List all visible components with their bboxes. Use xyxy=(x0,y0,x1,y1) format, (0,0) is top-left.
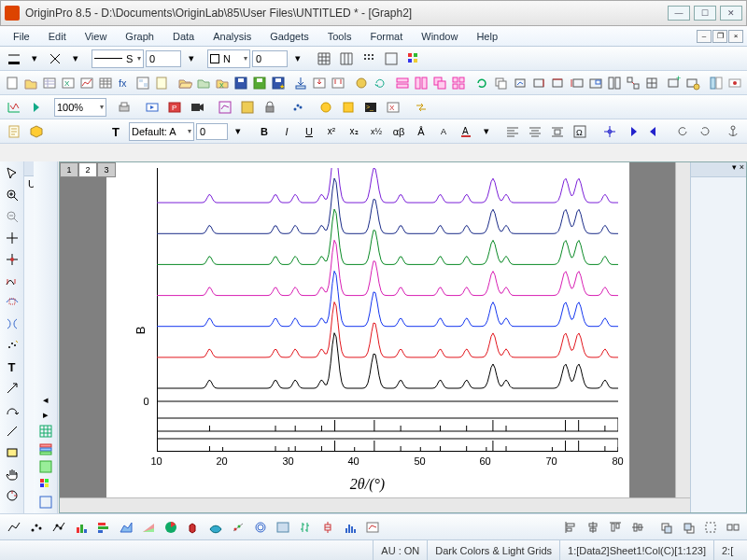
font-size-input[interactable] xyxy=(196,123,228,140)
menu-format[interactable]: Format xyxy=(360,29,412,44)
menu-data[interactable]: Data xyxy=(163,29,204,44)
palette-icon[interactable] xyxy=(403,49,424,69)
font-size-spin[interactable]: ▾ xyxy=(230,121,247,142)
open-template-button[interactable] xyxy=(195,73,212,93)
tpl-rows-icon[interactable] xyxy=(35,441,56,457)
next-icon[interactable] xyxy=(622,121,642,142)
ppt-button[interactable]: P xyxy=(164,97,185,118)
align-center-obj-icon[interactable] xyxy=(583,517,603,538)
trace[interactable] xyxy=(157,333,618,388)
italic-button[interactable]: I xyxy=(276,121,297,142)
align-top-obj-icon[interactable] xyxy=(605,517,626,538)
lock-button[interactable] xyxy=(260,97,280,118)
new-excel-button[interactable]: X xyxy=(60,73,77,93)
plot-contour-icon[interactable] xyxy=(250,517,271,538)
mdi-minimize-button[interactable]: – xyxy=(697,30,712,43)
import-wizard-button[interactable] xyxy=(292,73,309,93)
plot-template-icon[interactable] xyxy=(362,517,383,538)
merge-layers-icon[interactable] xyxy=(643,73,660,93)
pan-tool[interactable] xyxy=(2,464,22,484)
fill-color-button[interactable] xyxy=(45,49,65,69)
tile-4-icon[interactable] xyxy=(450,73,467,93)
video-button[interactable] xyxy=(187,97,207,118)
import-single-button[interactable] xyxy=(311,73,328,93)
add-plot-button[interactable]: + xyxy=(666,73,683,93)
group-obj-icon[interactable] xyxy=(700,517,721,538)
fill-color-drop[interactable]: ▾ xyxy=(67,49,84,69)
tpl-colors-icon[interactable] xyxy=(35,476,56,493)
run-button[interactable] xyxy=(26,97,47,118)
supersub-button[interactable]: x½ xyxy=(366,121,387,142)
layer-inset-icon[interactable] xyxy=(587,73,604,93)
plot-boxchart-icon[interactable] xyxy=(317,517,338,538)
arrow-tool[interactable] xyxy=(2,378,22,399)
menu-file[interactable]: File xyxy=(4,29,39,44)
menu-graph[interactable]: Graph xyxy=(116,29,163,44)
line-color-button[interactable] xyxy=(4,49,24,69)
new-script-button[interactable] xyxy=(4,121,24,142)
grid-dots-icon[interactable] xyxy=(359,49,379,69)
horizontal-scrollbar[interactable] xyxy=(60,497,690,512)
minimize-button[interactable]: — xyxy=(668,6,690,21)
zoom-out-tool[interactable] xyxy=(2,206,22,227)
pointer-tool[interactable] xyxy=(2,163,22,184)
custom2-button[interactable] xyxy=(338,97,359,118)
line-tool[interactable] xyxy=(2,421,22,441)
align-left-obj-icon[interactable] xyxy=(560,517,581,538)
tpl-theme-icon[interactable] xyxy=(35,458,56,475)
marker-shape-select[interactable]: N▾ xyxy=(207,49,250,68)
layer-tab-3[interactable]: 3 xyxy=(97,162,116,177)
curved-arrow-tool[interactable] xyxy=(2,399,22,420)
pe-icon[interactable] xyxy=(708,73,725,93)
batch-button[interactable] xyxy=(353,73,370,93)
refresh-button[interactable] xyxy=(473,73,490,93)
align-middle-obj-icon[interactable] xyxy=(627,517,648,538)
subscript-button[interactable]: x₂ xyxy=(344,121,364,142)
splitter-left[interactable]: ◂ xyxy=(35,393,56,407)
custom1-button[interactable] xyxy=(316,97,336,118)
anchor-icon[interactable] xyxy=(723,121,743,142)
recalc-button[interactable] xyxy=(372,73,388,93)
draw-data-tool[interactable] xyxy=(2,335,22,356)
import-multi-button[interactable] xyxy=(330,73,346,93)
tpl-grid-icon[interactable] xyxy=(35,423,56,440)
zoom-select[interactable]: 100%▾ xyxy=(54,98,106,117)
line-style-select[interactable]: S▾ xyxy=(92,49,144,68)
mask-button[interactable] xyxy=(237,97,258,118)
status-theme[interactable]: Dark Colors & Light Grids xyxy=(427,540,559,560)
tile-v-icon[interactable] xyxy=(413,73,430,93)
new-graph-button[interactable] xyxy=(78,73,95,93)
save-template-button[interactable] xyxy=(251,73,268,93)
line-width-input[interactable] xyxy=(146,50,181,67)
rescale-button[interactable] xyxy=(4,97,24,118)
save-button[interactable] xyxy=(233,73,249,93)
close-button[interactable]: ✕ xyxy=(720,6,742,21)
new-project-button[interactable] xyxy=(4,73,21,93)
slide-show-button[interactable] xyxy=(142,97,162,118)
plot-linescatter-icon[interactable] xyxy=(49,517,69,538)
align-distr-icon[interactable] xyxy=(547,121,568,142)
open-button[interactable] xyxy=(176,73,193,93)
plot-pie-icon[interactable] xyxy=(161,517,181,538)
swap-layers-icon[interactable] xyxy=(606,73,623,93)
tile-h-icon[interactable] xyxy=(394,73,411,93)
trace[interactable] xyxy=(157,209,618,264)
rect-tool[interactable] xyxy=(2,442,22,463)
data-selector-tool[interactable] xyxy=(2,271,22,291)
font-select[interactable]: Default: A▾ xyxy=(129,122,194,141)
superscript-button[interactable]: x² xyxy=(321,121,342,142)
font-color-drop[interactable]: ▾ xyxy=(478,121,495,142)
maximize-button[interactable]: ☐ xyxy=(694,6,716,21)
trace[interactable] xyxy=(157,168,618,203)
menu-help[interactable]: Help xyxy=(467,29,507,44)
plot-line-icon[interactable] xyxy=(4,517,24,538)
underline-button[interactable]: U xyxy=(299,121,319,142)
mask-region-tool[interactable] xyxy=(2,292,22,313)
line-color-drop[interactable]: ▾ xyxy=(26,49,43,69)
screen-reader-tool[interactable] xyxy=(2,228,22,248)
pick-data-icon[interactable] xyxy=(599,121,620,142)
trace[interactable] xyxy=(157,178,618,233)
new-layout-button[interactable] xyxy=(134,73,151,93)
plot-3dscatter-icon[interactable] xyxy=(228,517,248,538)
trace[interactable] xyxy=(157,271,618,326)
